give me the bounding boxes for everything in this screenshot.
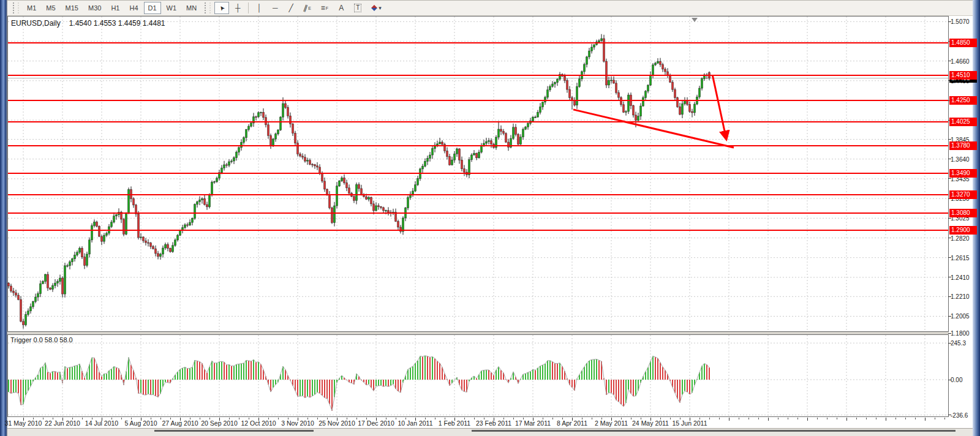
crosshair-tool-button[interactable]: ┼ <box>230 2 245 14</box>
time-axis-label: 20 Sep 2010 <box>201 419 238 427</box>
cursor-icon: ➤ <box>217 4 226 12</box>
fibonacci-tool-button[interactable]: ≡F <box>317 2 333 14</box>
time-axis-label: 8 Apr 2011 <box>557 419 587 427</box>
symbol-label: EURUSD,Daily <box>11 19 61 28</box>
time-axis-label: 5 Aug 2010 <box>124 419 157 427</box>
text-label-tool-button[interactable]: T <box>350 2 366 14</box>
cursor-tool-button[interactable]: ➤ <box>214 2 229 14</box>
text-tool-button[interactable]: A <box>334 2 349 14</box>
arrows-icon <box>371 5 377 11</box>
channel-tool-button[interactable]: ∥E <box>300 2 315 14</box>
ohlc-values: 1.4540 1.4553 1.4459 1.4481 <box>69 19 165 28</box>
vertical-line-icon: │ <box>257 4 262 12</box>
timeframe-m15-button[interactable]: M15 <box>61 2 83 14</box>
time-axis-label: 22 Jun 2010 <box>45 419 80 427</box>
crosshair-icon: ┼ <box>235 4 241 12</box>
window-border-segment <box>472 430 956 432</box>
time-axis-label: 31 May 2010 <box>5 419 42 427</box>
trendline-icon: ╱ <box>289 4 293 12</box>
text-label-icon: T <box>354 4 361 12</box>
vertical-line-tool-button[interactable]: │ <box>252 2 266 14</box>
time-axis-label: 15 Jun 2011 <box>672 419 707 427</box>
fibonacci-icon: ≡ <box>321 4 325 12</box>
window-left-edge <box>0 0 7 436</box>
horizontal-line-tool-button[interactable]: ─ <box>268 2 282 14</box>
time-axis-label: 12 Oct 2010 <box>241 419 276 427</box>
chevron-down-icon: ▾ <box>379 5 382 11</box>
indicator-label: Trigger 0.0 58.0 58.0 <box>10 336 73 344</box>
timeframe-h4-button[interactable]: H4 <box>125 2 142 14</box>
toolbar-grip[interactable] <box>205 2 211 13</box>
chart-shift-marker[interactable] <box>692 18 698 22</box>
time-axis-label: 10 Jan 2011 <box>398 419 432 427</box>
time-axis-label: 24 May 2011 <box>632 419 669 427</box>
time-axis-label: 17 Mar 2011 <box>515 419 551 427</box>
window-bottom-strip <box>7 428 973 436</box>
toolbar: M1 M5 M15 M30 H1 H4 D1 W1 MN ➤ ┼ │ ─ ╱ ∥… <box>7 0 973 16</box>
chart-title: EURUSD,Daily1.4540 1.4553 1.4459 1.4481 <box>11 19 165 28</box>
time-axis-label: 2 May 2011 <box>595 419 628 427</box>
vertical-scrollbar[interactable] <box>973 0 980 436</box>
toolbar-grip[interactable] <box>13 2 19 13</box>
timeframe-d1-button[interactable]: D1 <box>144 2 161 14</box>
fibonacci-sub-label: F <box>326 6 328 10</box>
timeframe-h1-button[interactable]: H1 <box>107 2 124 14</box>
chart-plot-area[interactable] <box>7 16 949 417</box>
time-axis-label: 25 Nov 2010 <box>318 419 355 427</box>
time-axis-label: 27 Aug 2010 <box>162 419 198 427</box>
window-border-segment <box>154 430 314 432</box>
time-axis-label: 14 Jul 2010 <box>85 419 118 427</box>
text-icon: A <box>339 4 344 12</box>
horizontal-line-icon: ─ <box>273 4 278 12</box>
timeframe-m5-button[interactable]: M5 <box>42 2 59 14</box>
timeframe-m30-button[interactable]: M30 <box>84 2 105 14</box>
channel-sub-label: E <box>308 6 311 10</box>
time-axis-label: 1 Feb 2011 <box>439 419 470 427</box>
timeframe-mn-button[interactable]: MN <box>182 2 201 14</box>
timeframe-w1-button[interactable]: W1 <box>162 2 181 14</box>
time-axis-label: 3 Nov 2010 <box>281 419 314 427</box>
time-axis-label: 23 Feb 2011 <box>476 419 511 427</box>
arrows-tool-button[interactable]: ▾ <box>367 2 386 14</box>
toolbar-separator <box>248 2 249 13</box>
timeframe-m1-button[interactable]: M1 <box>23 2 40 14</box>
time-axis-label: 17 Dec 2010 <box>358 419 394 427</box>
trendline-tool-button[interactable]: ╱ <box>284 2 298 14</box>
